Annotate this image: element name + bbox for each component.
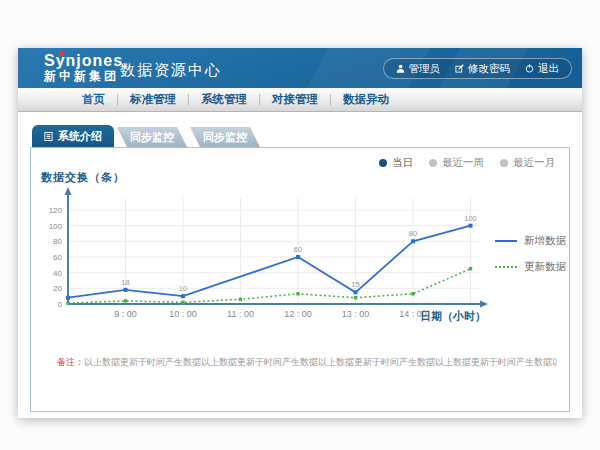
legend-line-swatch (495, 266, 517, 268)
radio-last-week[interactable]: 最近一周 (429, 156, 484, 170)
page-title: 数据资源中心 (120, 48, 222, 88)
svg-text:10 : 00: 10 : 00 (169, 309, 197, 319)
footnote-label: 备注： (57, 357, 84, 367)
user-toolbar: 管理员 修改密码 退出 (383, 58, 573, 79)
header: Synjones 新中新集团 数据资源中心 管理员 修改密码 (18, 48, 582, 88)
edit-icon (455, 64, 464, 73)
radio-dot-icon (429, 159, 437, 167)
svg-text:100: 100 (464, 214, 477, 223)
nav-item-interface-mgmt[interactable]: 对接管理 (260, 92, 330, 107)
user-icon (396, 64, 405, 73)
legend-item-update-data[interactable]: 更新数据 (495, 260, 566, 274)
nav-item-data-change[interactable]: 数据异动 (331, 92, 401, 107)
main-nav: 首页 标准管理 系统管理 对接管理 数据异动 (18, 88, 582, 112)
tab-sync-monitor-1[interactable]: 同步监控 (117, 127, 187, 147)
svg-text:12 : 00: 12 : 00 (284, 309, 312, 319)
chart-legend: 新增数据 更新数据 (495, 234, 566, 274)
nav-item-home[interactable]: 首页 (70, 92, 117, 107)
chart-panel: 当日 最近一周 最近一月 数据交换（条） 0204060801001209 : … (30, 147, 570, 412)
y-axis-title: 数据交换（条） (41, 170, 125, 185)
radio-last-month[interactable]: 最近一月 (500, 156, 555, 170)
legend-item-new-data[interactable]: 新增数据 (495, 234, 566, 248)
footnote: 备注：以上数据更新于时间产生数据以上数据更新于时间产生数据以上数据更新于时间产生… (57, 356, 557, 369)
company-logo: Synjones 新中新集团 (44, 52, 123, 83)
svg-text:60: 60 (294, 245, 302, 254)
svg-text:11 : 00: 11 : 00 (227, 309, 254, 319)
change-password-button[interactable]: 修改密码 (455, 62, 510, 76)
svg-text:120: 120 (49, 206, 63, 215)
svg-text:18: 18 (121, 278, 129, 287)
svg-text:100: 100 (49, 222, 63, 231)
svg-text:13 : 00: 13 : 00 (342, 309, 370, 319)
content-area: 系统介绍 同步监控 同步监控 当日 最近一周 最近一月 数据交 (18, 113, 582, 418)
svg-text:15: 15 (351, 280, 359, 289)
radio-today[interactable]: 当日 (379, 156, 413, 170)
logo-cn-text: 新中新集团 (44, 69, 123, 83)
svg-text:日期（小时）: 日期（小时） (420, 310, 486, 323)
tab-system-intro[interactable]: 系统介绍 (32, 125, 114, 147)
nav-item-system-mgmt[interactable]: 系统管理 (189, 92, 259, 107)
period-filter: 当日 最近一周 最近一月 (379, 156, 555, 170)
svg-text:9 : 00: 9 : 00 (114, 309, 137, 319)
svg-text:20: 20 (53, 284, 62, 293)
legend-line-swatch (495, 240, 517, 242)
logo-en-text: Synjones (44, 52, 123, 69)
document-icon (44, 132, 53, 141)
svg-text:60: 60 (53, 253, 62, 262)
app-window: Synjones 新中新集团 数据资源中心 管理员 修改密码 (18, 48, 582, 418)
nav-item-standard-mgmt[interactable]: 标准管理 (118, 92, 188, 107)
svg-text:10: 10 (179, 284, 187, 293)
svg-text:80: 80 (409, 229, 417, 238)
power-icon (525, 64, 534, 73)
svg-text:40: 40 (53, 269, 62, 278)
svg-text:80: 80 (53, 237, 62, 246)
logout-button[interactable]: 退出 (525, 62, 559, 76)
line-chart: 0204060801001209 : 0010 : 0011 : 0012 : … (31, 186, 571, 356)
radio-dot-icon (500, 159, 508, 167)
svg-text:0: 0 (58, 300, 63, 309)
tab-bar: 系统介绍 同步监控 同步监控 (32, 125, 260, 147)
tab-sync-monitor-2[interactable]: 同步监控 (190, 127, 260, 147)
admin-user-button[interactable]: 管理员 (396, 62, 441, 76)
radio-dot-icon (379, 159, 387, 167)
footnote-text: 以上数据更新于时间产生数据以上数据更新于时间产生数据以上数据更新于时间产生数据以… (84, 357, 557, 367)
